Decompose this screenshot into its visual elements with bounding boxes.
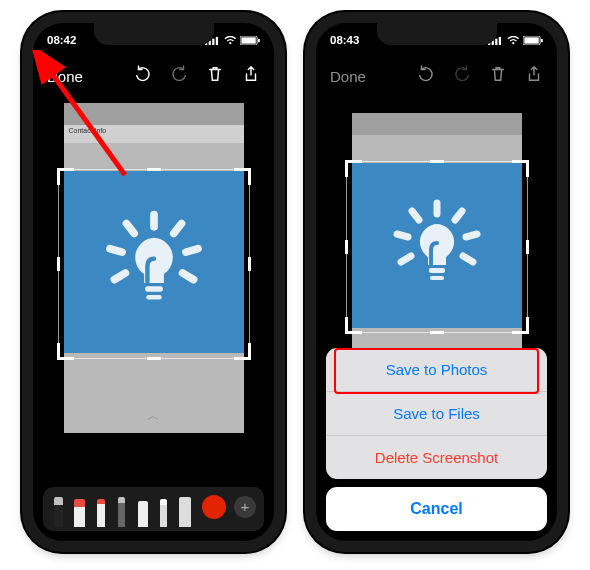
trash-icon[interactable]: [206, 65, 224, 87]
battery-icon: [523, 36, 543, 45]
color-swatch[interactable]: [202, 495, 226, 519]
wifi-icon: [224, 36, 237, 45]
tool-ruler[interactable]: [177, 493, 192, 527]
markup-toolbar: +: [43, 487, 264, 531]
svg-rect-23: [525, 37, 539, 43]
status-time: 08:42: [47, 34, 76, 46]
trash-icon: [489, 65, 507, 87]
share-icon: [525, 65, 543, 87]
tool-eraser[interactable]: [135, 493, 150, 527]
notch: [94, 23, 214, 45]
tool-marker-thin[interactable]: [93, 493, 108, 527]
svg-rect-20: [499, 36, 501, 44]
svg-rect-3: [216, 36, 218, 44]
tool-lasso[interactable]: [156, 493, 171, 527]
crop-frame: [346, 161, 528, 333]
chevron-up-icon: ︿: [64, 407, 244, 425]
add-button[interactable]: +: [234, 496, 256, 518]
done-button: Done: [330, 68, 366, 85]
screenshot-canvas[interactable]: Contact Info: [61, 103, 246, 461]
phone-left: 08:42 Done Contact Info: [22, 12, 285, 552]
cancel-button[interactable]: Cancel: [326, 487, 547, 531]
redo-icon: [170, 65, 188, 87]
svg-rect-2: [212, 38, 214, 44]
svg-rect-24: [541, 38, 543, 42]
crop-frame[interactable]: [58, 169, 250, 359]
tool-pencil[interactable]: [114, 493, 129, 527]
svg-point-4: [229, 42, 231, 44]
option-save-to-photos[interactable]: Save to Photos: [326, 348, 547, 392]
notch: [377, 23, 497, 45]
wifi-icon: [507, 36, 520, 45]
nav-bar: Done: [316, 57, 557, 95]
svg-rect-7: [258, 38, 260, 42]
svg-rect-6: [242, 37, 256, 43]
screenshot-header: Contact Info: [64, 125, 244, 143]
option-delete-screenshot[interactable]: Delete Screenshot: [326, 436, 547, 479]
tool-marker[interactable]: [72, 493, 87, 527]
svg-rect-19: [495, 38, 497, 44]
screenshot-canvas: [344, 113, 529, 341]
status-time: 08:43: [330, 34, 359, 46]
phone-right: 08:43 Done: [305, 12, 568, 552]
undo-icon: [417, 65, 435, 87]
battery-icon: [240, 36, 260, 45]
action-sheet: Save to Photos Save to Files Delete Scre…: [326, 348, 547, 531]
redo-icon: [453, 65, 471, 87]
option-save-to-files[interactable]: Save to Files: [326, 392, 547, 436]
nav-bar: Done: [33, 57, 274, 95]
done-button[interactable]: Done: [47, 68, 83, 85]
undo-icon[interactable]: [134, 65, 152, 87]
tool-pen[interactable]: [51, 493, 66, 527]
svg-point-21: [512, 42, 514, 44]
share-icon[interactable]: [242, 65, 260, 87]
